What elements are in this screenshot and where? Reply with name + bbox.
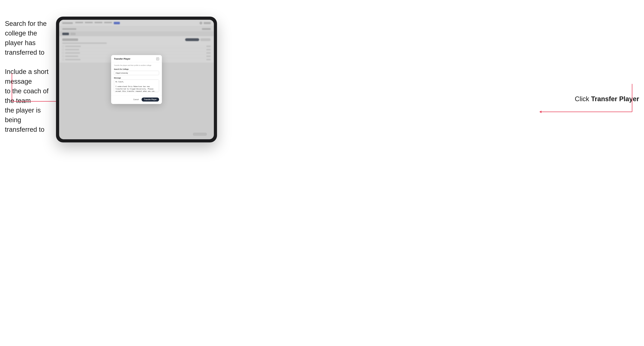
right-arrow-svg <box>534 84 642 119</box>
svg-marker-5 <box>539 111 542 113</box>
tablet-screen: Transfer Player × Transfer the player an… <box>59 20 214 139</box>
message-label: Message <box>114 77 159 79</box>
modal-footer: Cancel Transfer Player <box>111 96 162 104</box>
tablet-frame: Transfer Player × Transfer the player an… <box>56 16 217 142</box>
modal-close-button[interactable]: × <box>156 57 159 60</box>
modal-title: Transfer Player <box>114 57 130 60</box>
annotation-line2: player has transferred to <box>5 38 54 57</box>
annotation-line1: Search for the college the <box>5 19 54 38</box>
modal-overlay: Transfer Player × Transfer the player an… <box>59 20 214 139</box>
annotation-line6: transferred to <box>5 125 54 134</box>
modal-body: Transfer the player and their profile to… <box>111 62 162 96</box>
transfer-player-modal: Transfer Player × Transfer the player an… <box>111 55 162 104</box>
search-college-label: Search for College <box>114 68 159 70</box>
transfer-player-button[interactable]: Transfer Player <box>142 98 159 102</box>
cancel-button[interactable]: Cancel <box>132 98 140 101</box>
modal-description: Transfer the player and their profile to… <box>114 64 159 67</box>
message-textarea[interactable]: Hi Coach, I understand Chris Robertson h… <box>114 79 159 92</box>
search-college-input[interactable] <box>114 71 159 75</box>
modal-header: Transfer Player × <box>111 55 162 62</box>
